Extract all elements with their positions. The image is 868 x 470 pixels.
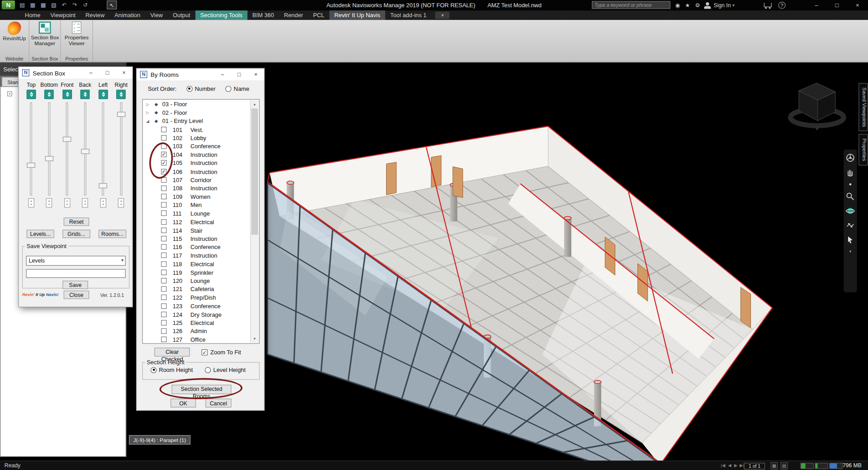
favorites-icon[interactable]: ★ [683,1,692,9]
search-help-icon[interactable]: ◉ [673,1,682,9]
range-pick-button[interactable] [44,89,54,99]
room-row[interactable]: Electrical 125 Electrical [143,319,250,327]
app-icon[interactable]: N [2,0,15,9]
room-row[interactable]: Office 127 Office [143,336,250,343]
sign-in-chevron-icon[interactable]: ▾ [732,0,735,10]
spin-down-icon[interactable]: ▼ [118,202,123,207]
room-checkbox[interactable] [161,295,166,300]
room-row[interactable]: Instruction 117 Instruction [143,252,250,260]
slider-thumb[interactable] [81,149,89,154]
cancel-button[interactable]: Cancel [205,399,231,408]
room-row[interactable]: Men 110 Men [143,201,250,210]
spin-up-icon[interactable]: ▲ [47,199,52,203]
viewpoint-dropdown[interactable]: Levels ▾ [26,256,126,266]
ribbon-tab[interactable]: Review [80,10,109,20]
zoom-dot-icon[interactable] [845,182,855,187]
tree-expand-icon[interactable]: + [7,91,12,96]
rooms-button[interactable]: Rooms... [99,230,126,238]
cart-icon[interactable] [764,3,772,7]
minimize-button[interactable]: – [809,0,824,10]
slider-thumb[interactable] [63,137,71,142]
room-row[interactable]: Conference 123 Conference [143,302,250,310]
close-button[interactable]: × [850,0,865,10]
dialog-maximize-button[interactable]: □ [99,67,116,79]
ribbon-tab[interactable]: Revin' It Up Navis [329,10,385,20]
properties-viewer-button[interactable]: Properties Viewer [61,22,92,54]
room-checkbox[interactable] [161,286,166,291]
section-slider[interactable] [43,103,54,196]
sheet-browser-icon[interactable]: ▦ [771,462,778,470]
room-row[interactable]: Cafeteria 121 Cafeteria [143,285,250,294]
spin-up-icon[interactable]: ▲ [101,199,106,203]
zoom-icon[interactable] [845,192,855,202]
help-icon[interactable]: ? [778,2,786,9]
settings-icon[interactable]: ⚙ [693,1,702,9]
slider-spinner[interactable]: ▲ ▼ [82,198,88,208]
slider-thumb[interactable] [45,156,53,161]
scroll-down-icon[interactable]: ▼ [251,335,259,343]
ribbon-tab[interactable]: Viewpoint [45,10,80,20]
pan-hand-icon[interactable] [845,167,855,177]
range-pick-button[interactable] [80,89,90,99]
sort-option[interactable]: Number [187,85,216,92]
room-row[interactable]: Conference 116 Conference [143,243,250,252]
radio-icon[interactable] [226,85,231,91]
list-scrollbar[interactable]: ▲ ▼ [250,100,258,343]
range-pick-button[interactable] [62,89,72,99]
room-checkbox[interactable] [161,253,166,258]
slider-spinner[interactable]: ▲ ▼ [28,198,34,208]
range-pick-button[interactable] [116,89,126,99]
sidebar-tab-saved-viewpoints[interactable]: Saved Viewpoints [859,83,868,132]
range-pick-button[interactable] [99,89,108,99]
room-checkbox[interactable] [161,236,166,241]
spin-down-icon[interactable]: ▼ [83,202,88,207]
slider-thumb[interactable] [117,112,125,117]
ribbon-tab[interactable]: BIM 360 [247,10,279,20]
spin-down-icon[interactable]: ▼ [101,202,106,207]
spin-down-icon[interactable]: ▼ [65,202,70,207]
cursor-icon[interactable] [845,235,855,244]
dialog-close-button[interactable]: × [116,67,132,79]
room-checkbox[interactable] [161,135,166,141]
section-slider[interactable] [116,103,127,196]
section-box-manager-button[interactable]: Section Box Manager [30,22,60,54]
room-row[interactable]: ▷ ◆ 02 - Floor 02 - Floor [143,108,250,117]
slider-spinner[interactable]: ▲ ▼ [100,198,106,208]
range-pick-button[interactable] [26,89,36,99]
save-button[interactable]: Save [62,281,88,289]
room-checkbox[interactable] [161,329,166,334]
room-checkbox[interactable] [161,227,166,233]
user-icon[interactable] [704,2,711,9]
search-input[interactable] [592,1,670,9]
select-cursor-icon[interactable]: ↖ [107,0,117,9]
dialog-maximize-button[interactable]: □ [231,69,248,80]
room-row[interactable]: Sprinkler 119 Sprinkler [143,268,250,277]
slider-thumb[interactable] [27,163,35,168]
save-icon[interactable]: ▦ [28,0,38,9]
room-checkbox[interactable] [161,244,166,249]
redo-icon[interactable]: ↷ [70,0,80,9]
expand-arrow-icon[interactable]: ▷ [146,100,149,109]
room-checkbox[interactable] [161,278,166,283]
scroll-up-icon[interactable]: ▲ [251,100,259,108]
next-sheet-icon[interactable]: ▶ [734,461,738,470]
room-row[interactable]: Prep/Dish 122 Prep/Dish [143,294,250,302]
ribbon-tab[interactable]: Tool add-ins 1 [385,10,431,20]
view-cube[interactable] [782,70,857,144]
room-row[interactable]: Electrical 112 Electrical [143,218,250,226]
height-option[interactable]: Room Height [151,367,193,373]
orbit-icon[interactable] [845,206,855,216]
refresh-icon[interactable]: ↺ [80,0,90,9]
room-checkbox[interactable] [161,202,166,207]
slider-spinner[interactable]: ▲ ▼ [118,198,124,208]
dialog-title-bar[interactable]: N Section Box – □ × [19,67,132,79]
close-dialog-button[interactable]: Close [64,291,89,299]
room-row[interactable]: ▷ ◆ 03 - Floor 03 - Floor [143,100,250,109]
reset-button[interactable]: Reset [64,217,89,226]
section-slider[interactable] [98,103,108,196]
ribbon-tab[interactable]: Render [279,10,308,20]
room-row[interactable]: Lounge 111 Lounge [143,210,250,218]
slider-spinner[interactable]: ▲ ▼ [46,198,52,208]
spin-up-icon[interactable]: ▲ [28,199,33,203]
multi-sheet-icon[interactable]: ▤ [781,462,788,470]
